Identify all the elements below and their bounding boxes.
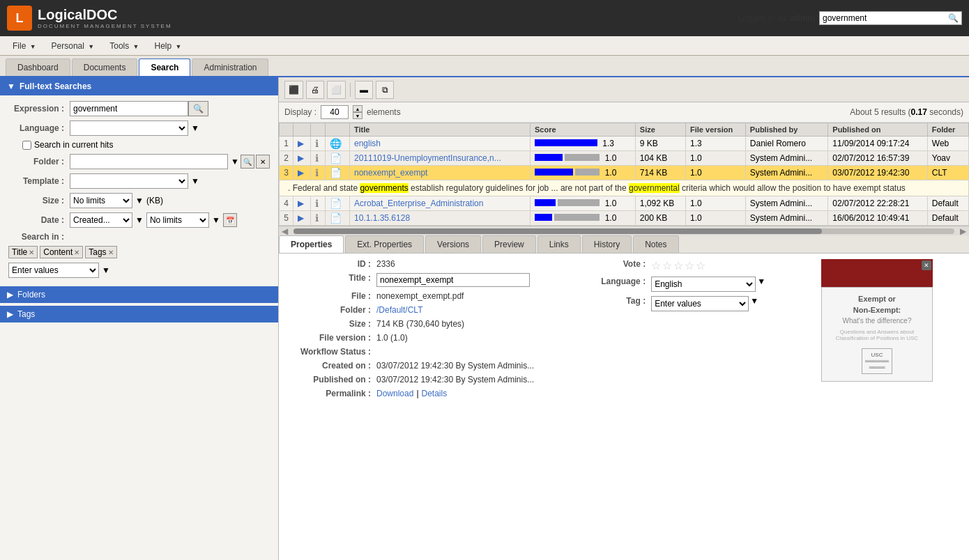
tab-ext-properties[interactable]: Ext. Properties: [345, 235, 424, 253]
col-folder[interactable]: Folder: [927, 123, 968, 137]
star3[interactable]: ☆: [673, 259, 683, 272]
details-link[interactable]: Details: [422, 389, 448, 398]
toolbar-btn4[interactable]: ▬: [355, 81, 373, 99]
menu-personal[interactable]: Personal ▼: [45, 39, 102, 53]
tab-preview[interactable]: Preview: [482, 235, 536, 253]
language-select[interactable]: [70, 120, 188, 136]
fulltext-search-header[interactable]: ▼ Full-text Searches: [0, 77, 278, 95]
row-expand[interactable]: ▶: [293, 166, 311, 180]
table-row[interactable]: 4 ▶ ℹ 📄 Acrobat_Enterprise_Administratio…: [280, 196, 969, 211]
expression-input[interactable]: [70, 101, 188, 116]
tag-content-remove[interactable]: ✕: [74, 249, 79, 256]
date-type-select[interactable]: Created...: [70, 212, 132, 228]
global-search-input[interactable]: [823, 13, 948, 23]
row-title[interactable]: english: [349, 137, 530, 151]
menu-file[interactable]: File ▼: [6, 39, 43, 53]
tab-properties[interactable]: Properties: [279, 235, 344, 253]
row-info[interactable]: ℹ: [311, 166, 326, 180]
spin-down[interactable]: ▼: [353, 112, 363, 119]
elements-label: elements: [367, 107, 401, 117]
star1[interactable]: ☆: [651, 259, 661, 272]
folders-header[interactable]: ▶ Folders: [0, 286, 278, 303]
row-score: 1.0: [530, 211, 635, 226]
row-published-on: 03/07/2012 19:42:30: [828, 166, 927, 180]
folder-clear-button[interactable]: ✕: [256, 155, 270, 169]
preview-close-button[interactable]: ✕: [922, 260, 931, 270]
menu-tools[interactable]: Tools ▼: [102, 39, 146, 53]
date-range-select[interactable]: No limits: [146, 212, 209, 228]
table-row[interactable]: 5 ▶ ℹ 📄 10.1.1.35.6128 1.0 200 KB 1.0 Sy…: [280, 211, 969, 226]
toolbar-btn5[interactable]: ⧉: [376, 81, 394, 99]
logo-text: LogicalDOC DOCUMENT MANAGEMENT SYSTEM: [38, 7, 172, 29]
col-published-on[interactable]: Published on: [828, 123, 927, 137]
toolbar-print-button[interactable]: 🖨: [306, 81, 324, 99]
spin-up[interactable]: ▲: [353, 105, 363, 112]
search-icon[interactable]: 🔍: [948, 13, 959, 23]
vote-stars[interactable]: ☆ ☆ ☆ ☆ ☆: [651, 259, 705, 272]
toolbar-btn3[interactable]: ⬜: [327, 81, 346, 99]
row-expand[interactable]: ▶: [293, 196, 311, 211]
search-current-hits-row: Search in current hits: [8, 140, 270, 150]
table-row[interactable]: 2 ▶ ℹ 📄 20111019-UnemploymentInsurance,n…: [280, 151, 969, 166]
row-expand[interactable]: ▶: [293, 151, 311, 166]
row-info[interactable]: ℹ: [311, 137, 326, 151]
h-scroll-track[interactable]: [293, 228, 954, 234]
tab-administration[interactable]: Administration: [192, 59, 268, 76]
table-row[interactable]: 1 ▶ ℹ 🌐 english 1.3 9 KB 1.3 Daniel Rome…: [280, 137, 969, 151]
row-expand[interactable]: ▶: [293, 211, 311, 226]
tab-dashboard[interactable]: Dashboard: [6, 59, 70, 76]
toolbar-btn1[interactable]: ⬛: [284, 81, 303, 99]
results-header: Display : ▲ ▼ elements About 5 results (…: [279, 102, 969, 123]
search-button[interactable]: 🔍: [188, 101, 208, 116]
template-select[interactable]: [70, 173, 188, 189]
tab-versions[interactable]: Versions: [425, 235, 481, 253]
folder-input[interactable]: [70, 154, 228, 169]
language-detail-select[interactable]: English: [651, 277, 756, 292]
tag-tags-remove[interactable]: ✕: [108, 249, 114, 256]
folder-browse-button[interactable]: 🔍: [241, 155, 254, 169]
global-search-box[interactable]: 🔍: [819, 11, 962, 25]
folder-link[interactable]: /Default/CLT: [376, 305, 422, 315]
published-label: Published on :: [287, 375, 371, 384]
col-title[interactable]: Title: [349, 123, 530, 137]
col-published-by[interactable]: Published by: [745, 123, 827, 137]
row-title[interactable]: 10.1.1.35.6128: [349, 211, 530, 226]
h-scroll-thumb[interactable]: [293, 228, 822, 234]
horizontal-scrollbar[interactable]: ◀ ▶: [279, 226, 969, 235]
row-title[interactable]: nonexempt_exempt: [349, 166, 530, 180]
tab-documents[interactable]: Documents: [72, 59, 138, 76]
table-row[interactable]: 3 ▶ ℹ 📄 nonexempt_exempt 1.0 714 KB 1.0 …: [280, 166, 969, 180]
col-score[interactable]: Score: [530, 123, 635, 137]
star2[interactable]: ☆: [662, 259, 672, 272]
row-info[interactable]: ℹ: [311, 151, 326, 166]
row-title[interactable]: Acrobat_Enterprise_Administration: [349, 196, 530, 211]
enter-values-select[interactable]: Enter values: [8, 263, 99, 278]
scroll-left-arrow[interactable]: ◀: [279, 226, 291, 236]
tag-title-remove[interactable]: ✕: [29, 249, 34, 256]
tab-history[interactable]: History: [582, 235, 632, 253]
tab-notes[interactable]: Notes: [633, 235, 678, 253]
tags-header[interactable]: ▶ Tags: [0, 306, 278, 322]
row-title[interactable]: 20111019-UnemploymentInsurance,n...: [349, 151, 530, 166]
tab-links[interactable]: Links: [537, 235, 581, 253]
title-input[interactable]: [376, 273, 530, 287]
row-expand[interactable]: ▶: [293, 137, 311, 151]
chevron-down-icon: ▼: [231, 157, 239, 166]
tab-search[interactable]: Search: [139, 59, 190, 76]
col-file-version[interactable]: File version: [686, 123, 746, 137]
star5[interactable]: ☆: [696, 259, 705, 272]
size-select[interactable]: No limits: [70, 193, 132, 208]
tag-detail-select[interactable]: Enter values: [651, 296, 749, 311]
download-link[interactable]: Download: [376, 389, 413, 398]
display-count-input[interactable]: [321, 105, 349, 119]
row-file-version: 1.0: [686, 211, 746, 226]
search-current-hits-checkbox[interactable]: [22, 141, 31, 150]
row-info[interactable]: ℹ: [311, 211, 326, 226]
star4[interactable]: ☆: [685, 259, 694, 272]
menu-help[interactable]: Help ▼: [148, 39, 189, 53]
row-info[interactable]: ℹ: [311, 196, 326, 211]
scroll-right-arrow[interactable]: ▶: [957, 226, 969, 236]
date-calendar-button[interactable]: 📅: [223, 213, 237, 227]
detail-tabs: Properties Ext. Properties Versions Prev…: [279, 235, 969, 254]
col-size[interactable]: Size: [635, 123, 685, 137]
